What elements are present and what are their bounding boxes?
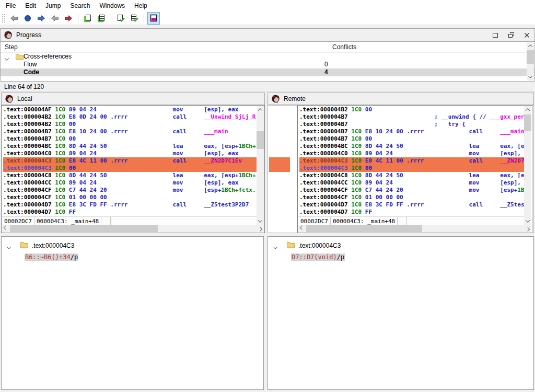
code-line[interactable]: .text:000004AF 1C0 89 04 24 mov [esp], e… (3, 106, 257, 113)
code-line[interactable]: .text:000004B2 1C0 E8 0D 24 00 .rrrr cal… (3, 113, 257, 121)
scroll-left-button[interactable] (2, 225, 9, 232)
xref-node-label: .text:000004C3 (32, 242, 74, 249)
code-line[interactable]: .text:000004C0 1C0 89 04 24 mov [esp], e… (3, 150, 257, 157)
local-horizontal-scrollbar[interactable] (2, 225, 264, 232)
code-line[interactable]: .text:000004CF 1C0 C7 44 24 20 mov [esp+… (299, 187, 524, 194)
current-position-button[interactable] (21, 12, 34, 25)
remote-pane-titlebar: Remote (268, 93, 534, 105)
code-line[interactable]: .text:000004CC 1C0 89 04 24 mov [esp], (299, 179, 524, 187)
code-line[interactable]: .text:000004C3 1C0 00 (3, 165, 257, 172)
tree-row-cross-references[interactable]: Cross-references (1, 53, 534, 61)
xref-item[interactable]: D7::D7(void)/p (291, 253, 345, 261)
scroll-up-button[interactable] (257, 106, 264, 113)
restore-button[interactable] (503, 29, 519, 41)
stack-check-button[interactable] (128, 12, 141, 25)
expander-chevron-icon[interactable] (274, 244, 277, 251)
code-line[interactable]: .text:000004B7 1C0 00 (3, 135, 257, 143)
xref-node[interactable]: .text:000004C3 (2, 241, 263, 250)
scroll-down-button[interactable] (257, 217, 264, 225)
remote-horizontal-scrollbar[interactable] (298, 225, 531, 232)
merge-tool-window: File Edit Jump Search Windows Help (0, 0, 535, 392)
column-header-conflicts[interactable]: Conflicts (332, 43, 356, 51)
remote-pane-title: Remote (284, 95, 306, 102)
code-line[interactable]: .text:000004CF 1C0 01 00 00 00 (299, 194, 524, 201)
code-line[interactable]: .text:000004D7 1C0 FF (299, 209, 524, 216)
code-line[interactable]: .text:000004C3 1C0 00 (299, 165, 524, 172)
toolbar-grip[interactable] (2, 14, 5, 23)
document-check-button[interactable] (114, 12, 127, 25)
menu-search[interactable]: Search (65, 1, 95, 11)
local-vertical-scrollbar[interactable] (257, 106, 264, 225)
code-line[interactable]: .text:000004D7 1C0 FF (3, 209, 257, 216)
scroll-up-button[interactable] (524, 106, 531, 113)
scroll-down-button[interactable] (527, 73, 534, 80)
code-line[interactable]: .text:000004B7 1C0 E8 10 24 00 .rrrr cal… (299, 128, 524, 135)
scrollbar-thumb[interactable] (257, 131, 264, 149)
code-line[interactable]: .text:000004D7 1C0 E8 3C FD FF .rrrr cal… (299, 201, 524, 209)
maximize-button[interactable] (487, 29, 503, 41)
status-cell (101, 217, 111, 225)
remote-status-bar: 00002DC7000004C3: _main+48 (298, 216, 524, 225)
back-arrow-button[interactable] (8, 12, 20, 25)
xref-node[interactable]: .text:000004C3 (268, 241, 533, 250)
tree-row-label: Cross-references (24, 53, 72, 61)
xref-item[interactable]: B6::~B6()+34/p (25, 253, 78, 261)
code-line[interactable]: .text:000004C3 1C0 E8 4C 11 00 .rrrr cal… (3, 157, 257, 165)
tree-row-flow[interactable]: Flow 0 (1, 61, 534, 68)
scrollbar-thumb[interactable] (10, 225, 158, 232)
code-line[interactable]: .text:000004C3 1C0 E8 4C 11 00 .rrrr cal… (299, 157, 524, 165)
code-line[interactable]: .text:000004C0 1C0 89 04 24 mov [esp], (299, 150, 524, 157)
close-button[interactable] (519, 29, 534, 41)
local-pane-titlebar: Local (1, 93, 265, 105)
code-line[interactable]: .text:000004CC 1C0 89 04 24 mov [esp], e… (3, 179, 257, 187)
scrollbar-thumb[interactable] (527, 50, 534, 64)
menu-windows[interactable]: Windows (95, 1, 130, 11)
remote-xref-tree: .text:000004C3 D7::D7(void)/p (268, 236, 534, 390)
toolbar-separator (144, 14, 144, 23)
document-check-icon (117, 14, 125, 22)
code-line[interactable]: .text:000004BC 1C0 8D 44 24 50 lea eax, … (3, 143, 257, 150)
code-line[interactable]: .text:000004CF 1C0 01 00 00 00 (3, 194, 257, 201)
code-line[interactable]: .text:000004B2 1C0 00 (3, 121, 257, 128)
code-line[interactable]: .text:000004B7 ; try { (299, 121, 524, 128)
code-line[interactable]: .text:000004B7 1C0 00 (299, 135, 524, 143)
conflict-diff-marker[interactable] (269, 157, 290, 172)
scrollbar-thumb[interactable] (524, 114, 531, 131)
next-conflict-button[interactable] (62, 12, 75, 25)
scroll-right-button[interactable] (524, 225, 531, 232)
code-line[interactable]: .text:000004B2 1C0 00 (299, 106, 524, 113)
code-line[interactable]: .text:000004CF 1C0 C7 44 24 20 mov [esp+… (3, 187, 257, 194)
document-stack-button[interactable] (95, 12, 108, 25)
previous-conflict-button[interactable] (49, 12, 61, 25)
menu-file[interactable]: File (1, 1, 20, 11)
tree-row-label: Code (24, 68, 39, 76)
document-button[interactable] (82, 12, 94, 25)
code-line[interactable]: .text:000004C8 1C0 8D 44 24 50 lea eax, … (299, 172, 524, 179)
menu-help[interactable]: Help (130, 1, 152, 11)
code-line[interactable]: .text:000004D7 1C0 E8 3C FD FF .rrrr cal… (3, 201, 257, 209)
code-line[interactable]: .text:000004B7 1C0 E8 10 24 00 .rrrr cal… (3, 128, 257, 135)
remote-vertical-scrollbar[interactable] (524, 106, 531, 225)
merge-view-toggle-button[interactable] (147, 12, 160, 25)
tree-vertical-scrollbar[interactable] (527, 42, 534, 80)
code-line[interactable]: .text:000004B7 ; __unwind { // ___gxx_pe… (299, 113, 524, 121)
scroll-right-button[interactable] (257, 225, 264, 232)
remote-code-area: .text:000004B2 1C0 00.text:000004B7 ; __… (299, 106, 524, 216)
code-line[interactable]: .text:000004BC 1C0 8D 44 24 50 lea eax, … (299, 143, 524, 150)
status-cell: 000004C3: _main+48 (331, 217, 398, 225)
scroll-up-button[interactable] (527, 42, 534, 50)
column-header-step[interactable]: Step (5, 43, 18, 51)
forward-arrow-button[interactable] (35, 12, 48, 25)
scrollbar-thumb[interactable] (306, 225, 422, 232)
xref-node-label: .text:000004C3 (298, 242, 341, 249)
expander-chevron-icon[interactable] (7, 244, 10, 251)
tree-row-code[interactable]: Code 4 (1, 68, 534, 76)
menu-jump[interactable]: Jump (41, 1, 65, 11)
scroll-left-button[interactable] (298, 225, 306, 232)
menu-edit[interactable]: Edit (20, 1, 41, 11)
previous-conflict-icon (51, 14, 59, 22)
scroll-down-button[interactable] (524, 217, 531, 225)
code-line[interactable]: .text:000004C8 1C0 8D 44 24 50 lea eax, … (3, 172, 257, 179)
folder-icon (16, 53, 24, 60)
app-icon (4, 31, 13, 39)
